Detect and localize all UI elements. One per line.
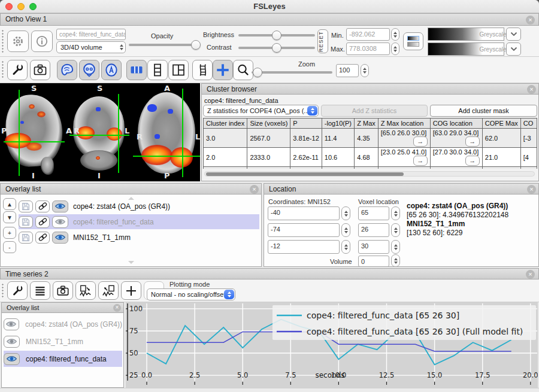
colormap-bar-1[interactable]: Greyscale <box>428 28 504 41</box>
visibility-toggle[interactable] <box>4 353 20 365</box>
add-series-button[interactable] <box>121 281 141 300</box>
goto-cog-button[interactable]: → <box>465 136 480 147</box>
world-y-field[interactable]: -74 <box>268 223 340 237</box>
axial-slice[interactable] <box>133 89 200 177</box>
colormap-bar-2[interactable]: Greyscale <box>428 42 504 56</box>
opacity-slider-knob[interactable] <box>191 40 201 50</box>
world-z-stepper[interactable] <box>341 240 350 254</box>
cluster-table[interactable]: Cluster indexSize (voxels)P-log10(P)Z Ma… <box>203 118 537 169</box>
toggle-axial-button[interactable] <box>101 60 122 80</box>
export-data-button[interactable] <box>98 281 119 300</box>
ts-overlay-list-close-icon[interactable]: × <box>113 304 121 312</box>
add-z-statistics-button[interactable]: Add Z statistics <box>321 105 428 117</box>
cluster-table-row[interactable]: 1.0380.00.02191.663.47[47.0 78.0 60.0]→[… <box>204 167 537 169</box>
goto-cog-button[interactable]: → <box>465 156 480 166</box>
cluster-column-header[interactable]: COPE Max <box>482 118 520 129</box>
colormap-1-dropdown-button[interactable] <box>506 28 521 41</box>
cluster-column-header[interactable]: Z Max <box>355 118 378 129</box>
cluster-hscrollbar-thumb[interactable] <box>206 172 404 176</box>
layout-horizontal-button[interactable] <box>126 60 147 80</box>
display-settings-button[interactable] <box>7 31 29 52</box>
voxel-z-field[interactable]: 30 <box>358 240 389 254</box>
zoom-mode-button[interactable] <box>233 60 253 80</box>
overlay-list-close-icon[interactable]: × <box>250 185 259 194</box>
volume-stepper[interactable] <box>391 254 400 267</box>
location-close-icon[interactable]: × <box>527 185 536 194</box>
import-data-button[interactable] <box>75 281 96 300</box>
overlay-type-dropdown[interactable]: 3D/4D volume <box>56 41 126 53</box>
toggle-sagittal-button[interactable] <box>57 60 77 80</box>
move-down-button[interactable]: ▼ <box>3 211 16 223</box>
cluster-table-row[interactable]: 3.02567.03.81e-1211.44.35[65.0 26.0 30.0… <box>204 129 537 148</box>
plotting-mode-dropdown[interactable]: Normal - no scaling/offsets <box>147 288 235 300</box>
ortho-close-icon[interactable]: × <box>526 16 535 25</box>
overlay-list-item[interactable]: MNI152_T1_1mm <box>19 230 259 245</box>
voxel-y-field[interactable]: 26 <box>358 223 389 237</box>
voxel-z-stepper[interactable] <box>391 240 400 254</box>
cluster-stats-dropdown[interactable]: Z statistics for COPE4 (OA_pos (... <box>203 105 319 117</box>
visibility-toggle[interactable] <box>52 216 68 228</box>
cluster-column-header[interactable]: Cluster index <box>204 118 247 129</box>
reset-button[interactable]: RESET <box>317 29 328 53</box>
ortho-canvas[interactable]: S I P A S I R L A P R L <box>0 83 200 181</box>
screenshot-button[interactable] <box>30 60 50 80</box>
cluster-column-header[interactable]: P <box>290 118 322 129</box>
toggle-coronal-button[interactable] <box>79 60 99 80</box>
add-overlay-button[interactable]: + <box>3 227 16 239</box>
contrast-slider[interactable] <box>238 47 315 49</box>
brightness-slider[interactable] <box>238 34 315 37</box>
movie-mode-button[interactable] <box>192 60 213 80</box>
world-y-stepper[interactable] <box>341 223 350 237</box>
brightness-slider-knob[interactable] <box>272 31 281 40</box>
crosshair-mode-button[interactable] <box>213 60 233 80</box>
max-stepper[interactable] <box>391 42 399 55</box>
save-button[interactable] <box>19 200 33 212</box>
visibility-toggle[interactable] <box>52 232 68 244</box>
toolbar-grip[interactable] <box>2 60 4 79</box>
volume-field[interactable]: 0 <box>358 256 389 267</box>
cluster-table-row[interactable]: 2.02333.02.62e-1110.64.68[23.0 25.0 41.0… <box>204 148 537 167</box>
world-x-stepper[interactable] <box>341 206 350 220</box>
cluster-browser-close-icon[interactable]: × <box>527 85 536 94</box>
ts-overlay-list-item[interactable]: MNI152_T1_1mm <box>4 333 122 350</box>
overlay-name-field[interactable]: cope4: filtered_func_data <box>56 29 126 40</box>
timeseries-chart[interactable]: 2550751000.02.55.07.510.012.515.017.520.… <box>126 302 538 388</box>
world-z-field[interactable]: -12 <box>268 240 340 254</box>
plot-screenshot-button[interactable] <box>53 281 73 300</box>
colormap-2-dropdown-button[interactable] <box>506 42 521 56</box>
ts-overlay-list-item[interactable]: cope4: zstat4 (OA_pos (GR4)) <box>4 316 122 332</box>
world-x-field[interactable]: -40 <box>268 206 340 220</box>
cluster-column-header[interactable]: Z Max location <box>378 118 430 129</box>
cluster-column-header[interactable]: Size (voxels) <box>247 118 290 129</box>
visibility-toggle[interactable] <box>4 336 20 348</box>
save-button[interactable] <box>19 216 33 228</box>
voxel-x-field[interactable]: 65 <box>358 206 389 220</box>
overlay-list-item[interactable]: cope4: zstat4 (OA_pos (GR4)) <box>19 199 259 214</box>
goto-zmax-button[interactable]: → <box>413 136 428 147</box>
link-button[interactable] <box>35 200 50 212</box>
max-value-field[interactable]: 778.0308 <box>346 42 390 55</box>
ts-overlay-list-item[interactable]: cope4: filtered_func_data <box>4 351 122 367</box>
overlay-list-item[interactable]: cope4: filtered_func_data <box>19 214 259 229</box>
cluster-column-header[interactable]: COG location <box>430 118 482 129</box>
min-stepper[interactable] <box>391 28 399 41</box>
plot-settings-button[interactable] <box>7 281 28 300</box>
layout-grid-button[interactable] <box>168 60 189 80</box>
toolbar-grip[interactable] <box>2 29 4 53</box>
link-button[interactable] <box>35 232 50 244</box>
opacity-slider[interactable] <box>129 44 201 46</box>
zoom-slider[interactable] <box>252 71 332 74</box>
voxel-x-stepper[interactable] <box>391 206 400 220</box>
remove-overlay-button[interactable]: - <box>3 241 16 253</box>
voxel-y-stepper[interactable] <box>391 223 400 237</box>
cluster-hscrollbar[interactable] <box>204 171 535 177</box>
colour-bar-toggle-button[interactable] <box>403 32 423 50</box>
sagittal-slice[interactable] <box>4 90 65 176</box>
visibility-toggle[interactable] <box>52 200 68 212</box>
contrast-slider-knob[interactable] <box>272 43 281 53</box>
add-cluster-mask-button[interactable]: Add cluster mask <box>430 105 537 117</box>
zoom-value-field[interactable]: 100 <box>336 64 359 77</box>
overlay-info-button[interactable] <box>31 31 53 52</box>
plot-list-button[interactable] <box>30 281 50 300</box>
timeseries-chart-area[interactable]: 2550751000.02.55.07.510.012.515.017.520.… <box>126 302 538 388</box>
